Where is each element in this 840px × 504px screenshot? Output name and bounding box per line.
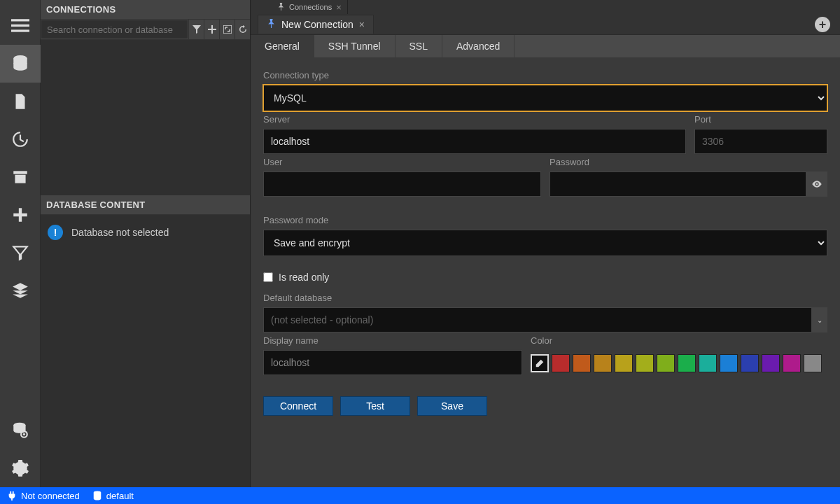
default-db-label: Default database <box>263 293 827 303</box>
status-database-text: default <box>106 491 134 501</box>
color-swatch[interactable] <box>762 354 780 372</box>
plug-icon <box>7 491 17 500</box>
read-only-label: Is read only <box>279 272 329 283</box>
eye-icon <box>811 178 822 190</box>
svg-rect-10 <box>208 29 216 30</box>
connect-button[interactable]: Connect <box>263 396 333 416</box>
status-connection[interactable]: Not connected <box>7 491 80 501</box>
refresh-icon[interactable] <box>234 20 250 39</box>
doc-title-tab[interactable]: New Connection × <box>258 15 374 34</box>
tab-ssh-tunnel[interactable]: SSH Tunnel <box>314 35 396 57</box>
close-icon[interactable]: × <box>359 19 365 30</box>
default-db-input[interactable] <box>263 307 812 332</box>
server-label: Server <box>263 114 686 125</box>
color-swatch[interactable] <box>573 354 591 372</box>
connection-type-label: Connection type <box>263 70 827 80</box>
search-input[interactable] <box>41 20 188 39</box>
color-swatch[interactable] <box>720 354 738 372</box>
color-swatch[interactable] <box>615 354 633 372</box>
tab-advanced[interactable]: Advanced <box>442 35 514 57</box>
database-icon <box>92 491 102 500</box>
nav-layers[interactable] <box>0 272 41 309</box>
color-swatch[interactable] <box>594 354 612 372</box>
color-swatch[interactable] <box>657 354 675 372</box>
filter-icon[interactable] <box>188 20 204 39</box>
hamburger-menu[interactable] <box>0 7 41 45</box>
top-tab-label: Connections <box>289 3 332 11</box>
new-tab-button[interactable]: + <box>815 17 830 32</box>
add-icon[interactable] <box>204 20 219 39</box>
svg-rect-0 <box>11 19 29 21</box>
display-name-input[interactable] <box>263 350 522 375</box>
color-picker <box>531 354 827 372</box>
svg-point-8 <box>22 433 24 435</box>
close-icon[interactable]: × <box>336 2 342 13</box>
svg-rect-13 <box>271 24 272 28</box>
user-label: User <box>263 157 541 167</box>
svg-rect-1 <box>11 24 29 27</box>
status-connection-text: Not connected <box>21 491 80 501</box>
password-mode-label: Password mode <box>263 215 827 225</box>
db-notice-text: Database not selected <box>71 227 169 238</box>
svg-rect-4 <box>13 171 27 174</box>
color-swatch[interactable] <box>699 354 717 372</box>
read-only-row[interactable]: Is read only <box>263 272 827 283</box>
server-input[interactable] <box>263 129 686 154</box>
status-database[interactable]: default <box>92 491 134 501</box>
color-swatch[interactable] <box>636 354 654 372</box>
port-label: Port <box>694 114 827 125</box>
toggle-password-visibility[interactable] <box>806 172 827 197</box>
password-mode-select[interactable]: Save and encrypt <box>263 230 827 256</box>
nav-plugins[interactable] <box>0 196 41 234</box>
top-tab-connections[interactable]: Connections × <box>272 0 348 14</box>
db-content-header: DATABASE CONTENT <box>41 195 250 215</box>
color-swatch[interactable] <box>804 354 822 372</box>
color-swatch[interactable] <box>678 354 696 372</box>
nav-files[interactable] <box>0 83 41 120</box>
pin-icon <box>277 3 285 12</box>
svg-rect-2 <box>11 29 29 31</box>
color-swatch[interactable] <box>552 354 570 372</box>
svg-point-14 <box>816 183 818 186</box>
svg-rect-12 <box>281 7 281 10</box>
port-input[interactable] <box>694 129 827 154</box>
nav-archive[interactable] <box>0 158 41 196</box>
nav-history[interactable] <box>0 120 41 158</box>
tab-ssl[interactable]: SSL <box>396 35 442 57</box>
user-input[interactable] <box>263 172 541 197</box>
eraser-icon <box>535 358 545 368</box>
save-button[interactable]: Save <box>417 396 487 416</box>
password-input[interactable] <box>550 172 806 197</box>
color-swatch-none[interactable] <box>531 354 549 372</box>
info-icon: ! <box>48 225 63 240</box>
expand-icon[interactable] <box>219 20 234 39</box>
display-name-label: Display name <box>263 335 522 346</box>
nav-settings[interactable] <box>0 449 41 487</box>
connections-list-empty <box>41 40 250 195</box>
connection-type-select[interactable]: MySQL <box>263 85 827 111</box>
svg-rect-5 <box>15 175 25 183</box>
svg-rect-11 <box>223 25 232 34</box>
color-label: Color <box>531 335 827 346</box>
default-db-dropdown-button[interactable]: ⌄ <box>812 307 827 332</box>
pin-icon <box>267 19 276 30</box>
password-label: Password <box>550 157 827 167</box>
nav-db-view[interactable] <box>0 412 41 449</box>
nav-filter[interactable] <box>0 234 41 272</box>
color-swatch[interactable] <box>783 354 801 372</box>
read-only-checkbox[interactable] <box>263 272 273 282</box>
connections-header: CONNECTIONS <box>41 0 250 20</box>
color-swatch[interactable] <box>741 354 759 372</box>
nav-connections[interactable] <box>0 45 41 83</box>
test-button[interactable]: Test <box>340 396 410 416</box>
tab-general[interactable]: General <box>251 35 314 57</box>
doc-title-text: New Connection <box>281 19 354 30</box>
